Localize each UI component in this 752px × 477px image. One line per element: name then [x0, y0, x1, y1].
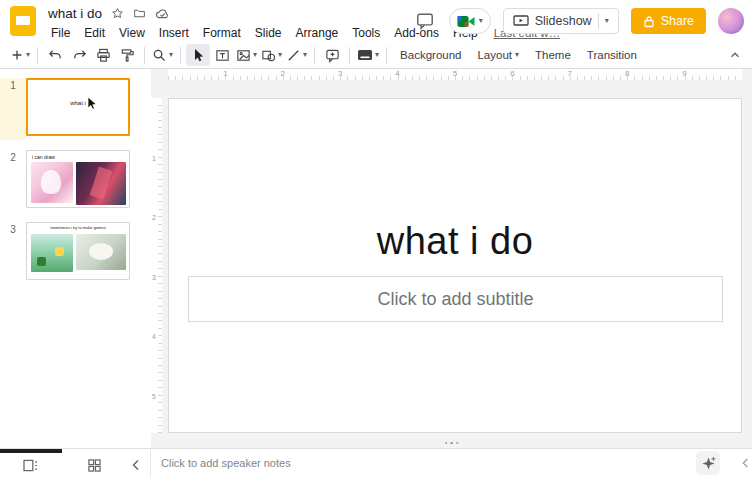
cloud-saved-icon[interactable]	[155, 7, 170, 20]
collapse-menus-button[interactable]	[728, 48, 742, 62]
redo-button[interactable]	[67, 44, 91, 66]
slide-3-thumbnail[interactable]: sometimes i try to make games	[26, 222, 130, 280]
share-button[interactable]: Share	[631, 8, 706, 34]
thumbnail-image	[31, 162, 73, 203]
explore-button[interactable]	[696, 451, 720, 475]
divider	[37, 47, 38, 64]
slideshow-label: Slideshow	[535, 14, 592, 28]
background-button[interactable]: Background	[392, 45, 469, 65]
chevron-down-icon: ▾	[375, 51, 379, 59]
text-box-icon	[215, 48, 230, 63]
chevron-down-icon: ▾	[515, 51, 519, 59]
grid-view-button[interactable]	[84, 456, 104, 474]
document-title-row: what i do	[48, 4, 170, 22]
theme-button[interactable]: Theme	[527, 45, 579, 65]
paint-roller-icon	[120, 48, 135, 63]
chevron-down-icon: ▾	[303, 51, 307, 59]
thumbnail-image	[31, 234, 73, 272]
speaker-notes-input[interactable]: Click to add speaker notes	[161, 457, 696, 469]
share-label: Share	[661, 14, 694, 28]
chevron-down-icon: ▾	[169, 51, 173, 59]
grid-view-icon	[88, 459, 101, 472]
document-title[interactable]: what i do	[48, 6, 102, 21]
chevron-down-icon: ▾	[253, 51, 257, 59]
comments-button[interactable]	[413, 9, 437, 33]
account-avatar[interactable]	[718, 8, 744, 34]
slide-thumbnail-row-1[interactable]: 1 what i	[0, 78, 130, 140]
insert-line-button[interactable]: ▾	[284, 44, 309, 66]
redo-icon	[72, 48, 87, 63]
keyboard-icon	[357, 49, 373, 61]
undo-icon	[48, 48, 63, 63]
notes-resize-handle[interactable]	[445, 442, 459, 445]
insert-comment-button[interactable]	[320, 44, 344, 66]
slide-2-thumbnail[interactable]: i can draw	[26, 150, 130, 208]
move-folder-icon[interactable]	[133, 7, 146, 20]
menu-arrange[interactable]: Arrange	[289, 25, 346, 41]
input-tools-button[interactable]: ▾	[355, 44, 381, 66]
header: what i do File Edit View Insert Format S…	[0, 0, 752, 42]
undo-button[interactable]	[43, 44, 67, 66]
paint-format-button[interactable]	[115, 44, 139, 66]
line-icon	[286, 48, 301, 63]
select-tool-button[interactable]	[186, 44, 210, 66]
menu-slide[interactable]: Slide	[248, 25, 289, 41]
divider	[144, 47, 145, 64]
filmstrip-panel: 1 what i 2 i can draw 3 sometimes i try …	[0, 69, 151, 448]
filmstrip-scrollbar-thumb[interactable]	[0, 449, 62, 453]
plus-icon	[10, 48, 24, 62]
divider	[180, 47, 181, 64]
menu-format[interactable]: Format	[196, 25, 248, 41]
slides-logo[interactable]	[10, 6, 36, 36]
thumbnail-title-text: sometimes i try to make games	[27, 225, 129, 230]
collapse-filmstrip-button[interactable]	[126, 456, 146, 474]
transition-button[interactable]: Transition	[579, 45, 645, 65]
subtitle-placeholder[interactable]: Click to add subtitle	[188, 276, 723, 322]
printer-icon	[96, 48, 111, 63]
slide-number: 1	[0, 78, 26, 140]
menu-tools[interactable]: Tools	[345, 25, 387, 41]
chevron-up-icon	[728, 48, 742, 62]
editing-canvas: 123456789 12345 what i do Click to add s…	[151, 69, 752, 448]
join-meet-button[interactable]: ▾	[449, 8, 491, 34]
cursor-arrow-icon	[191, 48, 205, 63]
toolbar: ▾ ▾ ▾ ▾ ▾ ▾ Background	[0, 42, 752, 69]
print-button[interactable]	[91, 44, 115, 66]
image-icon	[236, 48, 251, 63]
slide-number: 2	[0, 150, 26, 212]
menu-edit[interactable]: Edit	[77, 25, 112, 41]
slide-thumbnail-row-3[interactable]: 3 sometimes i try to make games	[0, 222, 130, 284]
menu-file[interactable]: File	[44, 25, 77, 41]
divider	[349, 47, 350, 64]
star-icon[interactable]	[111, 7, 124, 20]
header-actions: ▾ Slideshow ▾ Share	[413, 7, 744, 35]
zoom-button[interactable]: ▾	[150, 44, 175, 66]
ruler-ticks	[151, 98, 162, 433]
slide-thumbnail-row-2[interactable]: 2 i can draw	[0, 150, 130, 212]
mouse-cursor-icon	[86, 96, 99, 112]
filmstrip-view-button[interactable]	[20, 456, 40, 474]
divider	[598, 13, 599, 29]
slideshow-button[interactable]: Slideshow ▾	[503, 8, 619, 34]
slide-1-thumbnail[interactable]: what i	[26, 78, 130, 136]
menu-insert[interactable]: Insert	[152, 25, 196, 41]
slide-title-text[interactable]: what i do	[169, 220, 741, 263]
insert-shape-button[interactable]: ▾	[259, 44, 284, 66]
divider	[386, 47, 387, 64]
menu-view[interactable]: View	[112, 25, 152, 41]
text-box-tool-button[interactable]	[210, 44, 234, 66]
chevron-left-icon	[741, 457, 750, 469]
lock-icon	[643, 15, 655, 28]
current-slide[interactable]: what i do Click to add subtitle	[168, 98, 742, 433]
thumbnail-title-text: what i	[28, 100, 128, 106]
thumbnail-images	[31, 234, 126, 272]
layout-label: Layout	[477, 49, 512, 61]
slide-number: 3	[0, 222, 26, 284]
slideshow-dropdown-icon[interactable]: ▾	[605, 17, 609, 25]
layout-button[interactable]: Layout▾	[469, 45, 527, 65]
new-slide-button[interactable]: ▾	[8, 44, 32, 66]
filmstrip-footer	[0, 448, 151, 477]
insert-image-button[interactable]: ▾	[234, 44, 259, 66]
horizontal-ruler: 123456789	[151, 69, 752, 80]
expand-panel-button[interactable]	[741, 457, 750, 469]
